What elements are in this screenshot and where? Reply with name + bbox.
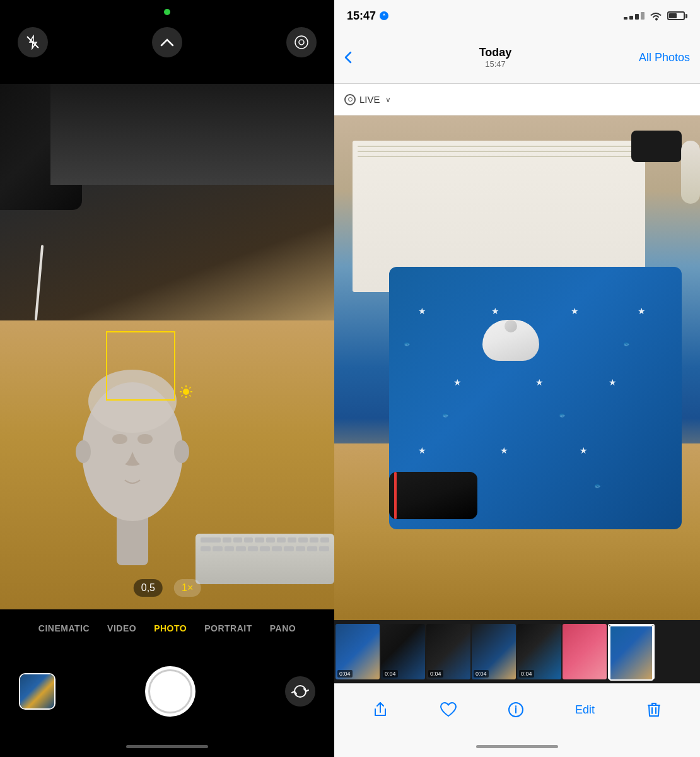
mode-photo[interactable]: PHOTO	[154, 623, 187, 633]
focus-box	[106, 331, 175, 401]
info-button[interactable]	[508, 701, 524, 718]
thumbnail-wrapper-5: 0:04	[517, 624, 561, 679]
shutter-button[interactable]	[145, 666, 195, 717]
scene-cable	[35, 245, 44, 320]
wifi-icon	[650, 11, 662, 21]
photos-panel: 15:47	[334, 0, 700, 757]
flash-off-button[interactable]	[18, 27, 48, 57]
share-button[interactable]	[372, 701, 388, 718]
svg-point-10	[183, 389, 189, 395]
mode-video[interactable]: VIDEO	[107, 623, 136, 633]
thumbnail-wrapper-6	[563, 624, 607, 679]
live-bar: LIVE ∨	[334, 84, 700, 115]
live-icon	[344, 94, 356, 105]
svg-point-7	[76, 440, 91, 463]
svg-point-5	[112, 434, 127, 444]
exposure-icon[interactable]	[179, 385, 193, 402]
thumbnail-wrapper-4: 0:04	[472, 624, 516, 679]
svg-point-22	[515, 705, 516, 707]
nav-bar: Today 15:47 All Photos	[334, 32, 700, 84]
all-photos-button[interactable]: All Photos	[639, 51, 690, 64]
live-chevron: ∨	[385, 95, 391, 104]
bottom-action-bar: Edit	[334, 683, 700, 736]
status-icons	[624, 11, 687, 21]
svg-point-6	[137, 434, 153, 444]
mode-cinematic[interactable]: CINEMATIC	[38, 623, 90, 633]
scene-keyboard	[195, 534, 334, 584]
back-button[interactable]	[344, 51, 352, 64]
status-time: 15:47	[347, 9, 389, 23]
flip-camera-button[interactable]	[285, 676, 315, 707]
photo-magic-mouse	[473, 307, 549, 358]
phone-stripe	[394, 472, 397, 519]
svg-line-17	[189, 387, 190, 388]
live-button[interactable]: LIVE ∨	[344, 94, 391, 105]
mode-portrait[interactable]: PORTRAIT	[204, 623, 252, 633]
zoom-half-button[interactable]: 0,5	[134, 579, 163, 597]
svg-line-16	[189, 395, 190, 396]
last-photo-thumbnail[interactable]	[19, 673, 55, 710]
battery-icon	[667, 11, 687, 20]
thumbnail-wrapper-7	[608, 624, 655, 679]
svg-point-2	[299, 40, 304, 45]
signal-icon	[624, 12, 645, 20]
thumbnail-6[interactable]	[563, 624, 607, 679]
scene-monitor	[50, 84, 334, 185]
svg-line-18	[181, 395, 182, 396]
thumbnail-7[interactable]	[609, 625, 653, 681]
timer-button[interactable]	[286, 27, 317, 57]
delete-button[interactable]	[646, 701, 662, 719]
svg-line-15	[181, 387, 182, 388]
photo-external-device	[631, 131, 682, 162]
camera-viewfinder[interactable]: 0,5 1×	[0, 84, 334, 609]
home-indicator-left	[0, 736, 334, 757]
thumbnail-strip: 0:04 0:04 0:04 0:04 0:04	[334, 620, 700, 683]
svg-point-19	[380, 11, 388, 20]
photo-phone	[389, 472, 477, 519]
svg-point-1	[295, 36, 308, 49]
chevron-up-button[interactable]	[152, 27, 182, 57]
thumbnail-wrapper-1: 0:04	[335, 624, 380, 679]
main-photo[interactable]: ★ ★ ★ ★ ★ ★ ★ ★ ★ ★ 🐟 🐟 🐟 🐟 🐟 🐟	[334, 115, 700, 620]
photo-cable	[681, 141, 700, 204]
edit-button[interactable]: Edit	[575, 703, 595, 717]
zoom-controls: 0,5 1×	[134, 579, 201, 597]
status-bar: 15:47	[334, 0, 700, 32]
camera-bottom-bar	[0, 647, 334, 736]
green-dot	[164, 9, 170, 15]
camera-panel: 0,5 1× CINEMATIC VIDEO PHOTO PORTRAIT PA…	[0, 0, 334, 757]
zoom-1x-button[interactable]: 1×	[174, 579, 201, 597]
thumbnail-wrapper-2: 0:04	[381, 624, 425, 679]
mode-pano[interactable]: PANO	[270, 623, 296, 633]
home-bar-left	[126, 745, 208, 748]
camera-mode-strip: CINEMATIC VIDEO PHOTO PORTRAIT PANO	[0, 609, 334, 647]
thumbnail-wrapper-3: 0:04	[426, 624, 470, 679]
like-button[interactable]	[440, 701, 457, 718]
home-indicator-right	[334, 736, 700, 757]
camera-top-bar	[0, 0, 334, 84]
nav-title: Today 15:47	[479, 46, 512, 69]
camera-scene: 0,5 1×	[0, 84, 334, 609]
location-icon	[379, 11, 389, 21]
svg-point-8	[174, 440, 189, 463]
main-photo-content: ★ ★ ★ ★ ★ ★ ★ ★ ★ ★ 🐟 🐟 🐟 🐟 🐟 🐟	[334, 115, 700, 620]
home-bar-right	[476, 745, 558, 748]
